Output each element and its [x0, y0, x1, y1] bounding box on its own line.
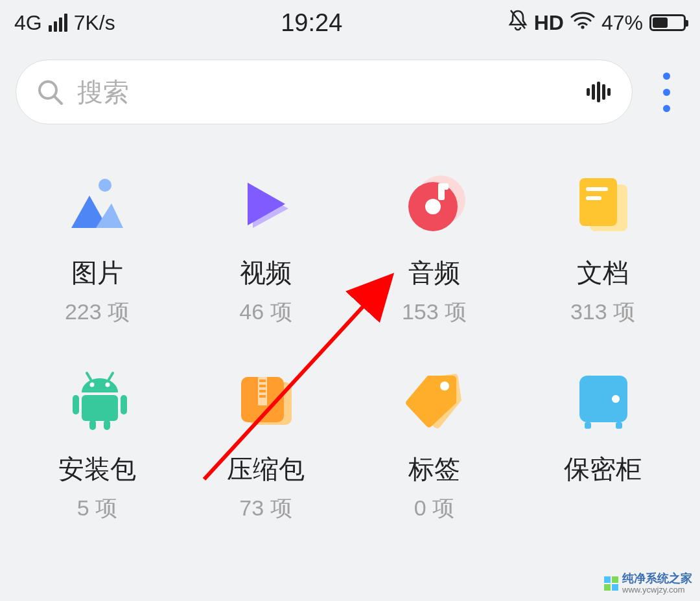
hd-badge: HD: [534, 11, 564, 35]
svg-rect-38: [585, 422, 591, 429]
svg-rect-17: [586, 187, 608, 191]
svg-point-19: [90, 383, 95, 387]
tag-icon: [399, 366, 470, 437]
svg-rect-16: [579, 178, 617, 226]
watermark-logo-icon: [604, 576, 618, 591]
category-grid: 图片 223 项 视频 46 项 音频 153 项: [0, 131, 700, 523]
svg-rect-25: [121, 395, 127, 414]
category-count: 73 项: [239, 493, 292, 523]
svg-rect-14: [438, 183, 449, 190]
archive-icon: [230, 366, 301, 437]
search-input[interactable]: 搜索: [16, 60, 633, 124]
document-icon: [567, 170, 638, 241]
more-icon: [663, 73, 670, 112]
svg-rect-6: [597, 82, 600, 102]
svg-point-35: [440, 381, 449, 391]
svg-rect-39: [616, 422, 622, 429]
category-label: 图片: [71, 255, 123, 291]
category-label: 安装包: [58, 451, 136, 487]
category-count: 46 项: [239, 297, 292, 327]
audio-icon: [399, 170, 470, 241]
category-label: 视频: [240, 255, 292, 291]
network-type: 4G: [14, 11, 42, 35]
category-label: 保密柜: [564, 451, 642, 487]
status-left: 4G 7K/s: [14, 11, 115, 35]
search-placeholder: 搜索: [77, 74, 584, 110]
svg-rect-32: [259, 385, 266, 387]
svg-rect-8: [607, 88, 611, 96]
category-label: 标签: [408, 451, 460, 487]
svg-rect-26: [89, 420, 96, 430]
safe-icon: [567, 366, 638, 437]
svg-rect-33: [259, 390, 266, 392]
svg-point-37: [612, 395, 620, 403]
category-label: 音频: [408, 255, 460, 291]
category-safe[interactable]: 保密柜: [519, 366, 687, 523]
search-icon: [36, 78, 64, 106]
svg-line-22: [109, 373, 113, 380]
svg-rect-24: [73, 395, 79, 414]
svg-point-9: [99, 179, 111, 192]
svg-rect-23: [82, 395, 118, 421]
video-icon: [230, 170, 301, 241]
status-right: HD 47%: [508, 9, 686, 36]
category-documents[interactable]: 文档 313 项: [519, 170, 687, 327]
watermark-title: 纯净系统之家: [622, 573, 692, 585]
category-apk[interactable]: 安装包 5 项: [13, 366, 181, 523]
category-videos[interactable]: 视频 46 项: [181, 170, 350, 327]
svg-rect-18: [586, 196, 601, 200]
svg-rect-5: [592, 84, 595, 100]
category-label: 文档: [577, 255, 629, 291]
battery-percent: 47%: [601, 11, 643, 35]
category-audio[interactable]: 音频 153 项: [350, 170, 519, 327]
category-count: 0 项: [414, 493, 454, 523]
category-label: 压缩包: [227, 451, 305, 487]
svg-rect-36: [579, 376, 627, 422]
svg-rect-7: [602, 84, 605, 100]
svg-rect-27: [104, 420, 110, 430]
status-time: 19:24: [281, 9, 342, 37]
svg-line-21: [87, 373, 91, 380]
more-button[interactable]: [648, 66, 684, 118]
voice-input-icon[interactable]: [584, 78, 612, 106]
image-icon: [62, 170, 133, 241]
svg-point-12: [425, 199, 441, 214]
mute-icon: [508, 9, 528, 36]
svg-point-1: [581, 25, 584, 28]
wifi-icon: [570, 10, 595, 35]
category-count: 223 项: [65, 297, 130, 327]
signal-icon: [49, 14, 67, 32]
network-speed: 7K/s: [74, 11, 115, 35]
category-archives[interactable]: 压缩包 73 项: [181, 366, 350, 523]
category-count: 153 项: [402, 297, 467, 327]
svg-rect-34: [259, 395, 266, 398]
watermark-url: www.ycwjzy.com: [622, 585, 692, 595]
status-bar: 4G 7K/s 19:24 HD 47%: [0, 0, 700, 45]
svg-point-20: [106, 383, 110, 387]
category-tags[interactable]: 标签 0 项: [350, 366, 519, 523]
battery-icon: [649, 14, 686, 31]
svg-line-3: [54, 96, 62, 104]
svg-rect-4: [587, 88, 590, 96]
category-images[interactable]: 图片 223 项: [13, 170, 181, 327]
category-count: 5 项: [77, 493, 117, 523]
svg-rect-31: [259, 380, 266, 382]
watermark: 纯净系统之家 www.ycwjzy.com: [604, 573, 692, 595]
category-count: 313 项: [570, 297, 635, 327]
search-row: 搜索: [0, 45, 700, 131]
apk-icon: [62, 366, 133, 437]
